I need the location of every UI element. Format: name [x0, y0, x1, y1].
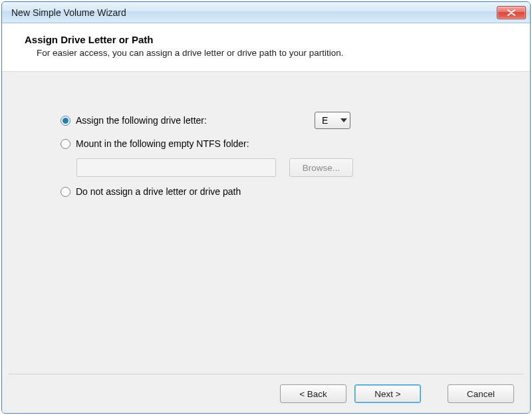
radio-no-assign-label: Do not assign a drive letter or drive pa…	[76, 186, 241, 197]
radio-no-assign[interactable]	[61, 187, 70, 197]
next-button[interactable]: Next >	[354, 384, 421, 403]
mount-path-row: Browse...	[76, 158, 490, 177]
wizard-header: Assign Drive Letter or Path For easier a…	[2, 23, 530, 72]
titlebar: New Simple Volume Wizard	[2, 2, 530, 23]
close-icon	[507, 9, 515, 16]
mount-path-input[interactable]	[76, 158, 276, 177]
close-button[interactable]	[497, 6, 526, 19]
option-assign-letter-row: Assign the following drive letter: E	[61, 112, 490, 129]
page-subtitle: For easier access, you can assign a driv…	[25, 48, 514, 58]
radio-assign-letter[interactable]	[61, 116, 70, 126]
back-button[interactable]: < Back	[280, 384, 346, 403]
radio-assign-letter-label: Assign the following drive letter:	[76, 115, 207, 126]
browse-button[interactable]: Browse...	[289, 158, 353, 177]
page-title: Assign Drive Letter or Path	[25, 34, 514, 45]
window-title: New Simple Volume Wizard	[11, 7, 497, 18]
wizard-body: Assign the following drive letter: E Mou…	[2, 72, 530, 374]
option-no-assign-row: Do not assign a drive letter or drive pa…	[61, 186, 490, 197]
wizard-window: New Simple Volume Wizard Assign Drive Le…	[1, 1, 531, 414]
drive-letter-value: E	[322, 115, 334, 126]
chevron-down-icon	[340, 118, 347, 122]
drive-letter-dropdown[interactable]: E	[315, 112, 350, 129]
cancel-button[interactable]: Cancel	[448, 384, 514, 403]
option-mount-folder-row: Mount in the following empty NTFS folder…	[61, 138, 490, 149]
radio-mount-folder-label: Mount in the following empty NTFS folder…	[76, 138, 249, 149]
wizard-footer: < Back Next > Cancel	[2, 374, 530, 413]
radio-mount-folder[interactable]	[61, 139, 70, 149]
